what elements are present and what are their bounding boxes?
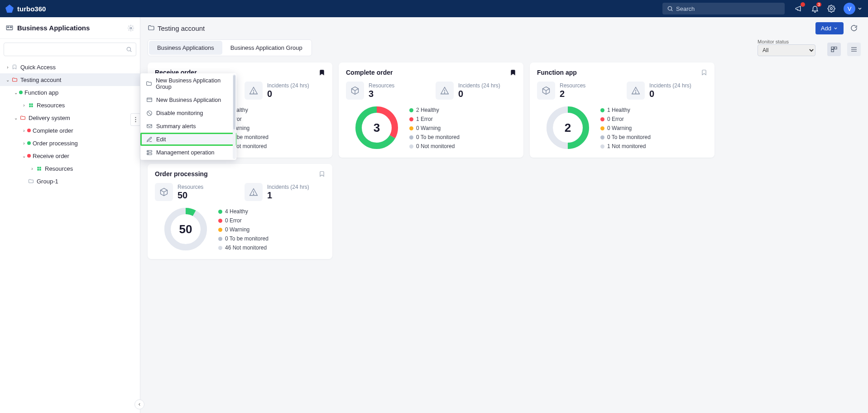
folder-icon <box>27 178 34 185</box>
resources-label: Resources <box>177 184 203 190</box>
donut-chart: 2 <box>546 106 590 149</box>
cm-new-group[interactable]: New Business Application Group <box>140 74 236 93</box>
card-view-button[interactable] <box>827 43 841 56</box>
svg-point-55 <box>148 154 148 154</box>
context-menu-scrollbar[interactable] <box>233 74 236 159</box>
notifications-icon[interactable]: 3 <box>811 5 819 13</box>
cm-label: Management operation <box>156 149 215 156</box>
dot-lgray-icon <box>600 144 604 149</box>
bookmark-icon <box>701 69 707 76</box>
app-card[interactable]: Order processing Resources 50 I <box>148 164 332 259</box>
tree-function-app[interactable]: ⌄ Function app <box>0 86 140 99</box>
cm-management-operation[interactable]: Management operation <box>140 146 236 159</box>
cube-icon <box>155 183 173 201</box>
tree-receive-order[interactable]: ⌄ Receive order <box>0 149 140 162</box>
dot-green-icon <box>409 108 413 112</box>
status-dot-error-icon <box>27 129 31 132</box>
alert-icon <box>146 123 153 130</box>
bookmark-icon <box>319 69 325 76</box>
bookmark-toggle[interactable] <box>510 69 516 76</box>
sidebar-search[interactable] <box>4 43 136 56</box>
top-actions: 3 V <box>795 3 863 14</box>
tree-group1[interactable]: Group-1 <box>0 175 140 187</box>
card-stats: Resources 3 Incidents (24 hrs) 0 <box>346 82 516 100</box>
app-card[interactable]: Function app Resources 2 Incide <box>530 62 715 158</box>
sidebar-settings-icon[interactable] <box>127 24 134 32</box>
svg-rect-14 <box>37 167 39 168</box>
cm-new-app[interactable]: New Business Application <box>140 93 236 106</box>
warning-icon <box>627 82 645 100</box>
list-view-icon <box>850 46 858 53</box>
brand[interactable]: turbo360 <box>5 5 46 13</box>
status-list: 4 Healthy 0 Error 0 Warning 0 To be moni… <box>218 207 325 251</box>
bookmark-toggle[interactable] <box>319 171 325 177</box>
cm-label: New Business Application <box>156 97 221 103</box>
resources-value: 50 <box>177 190 203 201</box>
bookmark-toggle[interactable] <box>319 69 325 76</box>
svg-rect-21 <box>831 47 834 49</box>
tree-function-app-resources[interactable]: › Resources <box>0 99 140 111</box>
incidents-label: Incidents (24 hrs) <box>649 82 691 89</box>
tree-delivery-system[interactable]: ⌄ Delivery system <box>0 111 140 124</box>
tree-receive-order-resources[interactable]: › Resources <box>0 162 140 175</box>
svg-point-19 <box>135 119 136 120</box>
add-button[interactable]: Add <box>815 22 844 34</box>
tab-business-group[interactable]: Business Application Group <box>222 41 311 55</box>
svg-rect-16 <box>37 168 39 170</box>
cm-label: Edit <box>156 136 166 143</box>
caret-down-icon: ⌄ <box>13 115 19 120</box>
card-title: Order processing <box>155 170 319 178</box>
resources-label: Resources <box>560 82 585 89</box>
settings-icon[interactable] <box>827 5 835 13</box>
status-tobe: 0 To be monitored <box>409 134 516 140</box>
scrollbar-thumb[interactable] <box>233 75 235 130</box>
cm-edit[interactable]: Edit <box>140 133 236 146</box>
monitor-status-select[interactable]: All <box>758 44 815 56</box>
tree-label: Group-1 <box>37 178 136 185</box>
sidebar-search-input[interactable] <box>8 46 126 53</box>
app-card[interactable]: Complete order Resources 3 Inci <box>339 62 523 158</box>
search-input[interactable] <box>676 5 780 12</box>
svg-line-50 <box>148 111 151 115</box>
tree-testing-account[interactable]: ⌄ Testing account <box>0 73 140 86</box>
tree-complete-order[interactable]: › Complete order <box>0 124 140 137</box>
resources-grid-icon <box>27 101 34 109</box>
tab-business-apps[interactable]: Business Applications <box>149 41 222 55</box>
cm-summary-alerts[interactable]: Summary alerts <box>140 120 236 133</box>
top-nav: turbo360 3 V <box>0 0 868 17</box>
chevron-down-icon <box>857 6 863 11</box>
brand-logo-icon <box>5 5 14 13</box>
context-menu: New Business Application Group New Busin… <box>140 73 236 160</box>
refresh-button[interactable] <box>847 21 861 35</box>
main-header: Testing account Add <box>148 17 861 39</box>
status-dot-error-icon <box>27 154 31 158</box>
dot-gray-icon <box>409 135 413 139</box>
global-search[interactable] <box>662 3 785 14</box>
bookmark-toggle[interactable] <box>701 69 707 76</box>
svg-point-28 <box>253 92 254 93</box>
tree-row-more-button[interactable] <box>130 113 140 126</box>
dot-lgray-icon <box>218 246 222 250</box>
tree-label: Receive order <box>33 153 136 159</box>
svg-point-8 <box>127 47 130 51</box>
svg-rect-10 <box>29 103 31 105</box>
status-notmon: 0 Not monitored <box>409 143 516 149</box>
card-body: 3 2 Healthy 1 Error 0 Warning 0 To be mo… <box>346 106 516 149</box>
cm-disable-monitoring[interactable]: Disable monitoring <box>140 106 236 120</box>
user-menu[interactable]: V <box>844 3 863 14</box>
add-button-label: Add <box>821 25 831 32</box>
status-error: 0 Error <box>600 116 707 122</box>
announcement-icon[interactable] <box>795 5 803 13</box>
tree-order-processing[interactable]: › Order processing <box>0 137 140 149</box>
caret-right-icon: › <box>5 65 11 70</box>
card-view-icon <box>830 46 838 53</box>
resources-value: 3 <box>369 89 394 99</box>
svg-point-2 <box>830 8 833 10</box>
incidents-value: 1 <box>267 190 309 201</box>
sidebar-title: Business Applications <box>17 24 127 32</box>
incidents-label: Incidents (24 hrs) <box>458 82 500 89</box>
tree-quick-access[interactable]: › Quick Access <box>0 61 140 73</box>
sidebar-collapse-button[interactable] <box>134 399 144 409</box>
list-view-button[interactable] <box>847 43 861 56</box>
tree-label: Resources <box>45 165 136 172</box>
